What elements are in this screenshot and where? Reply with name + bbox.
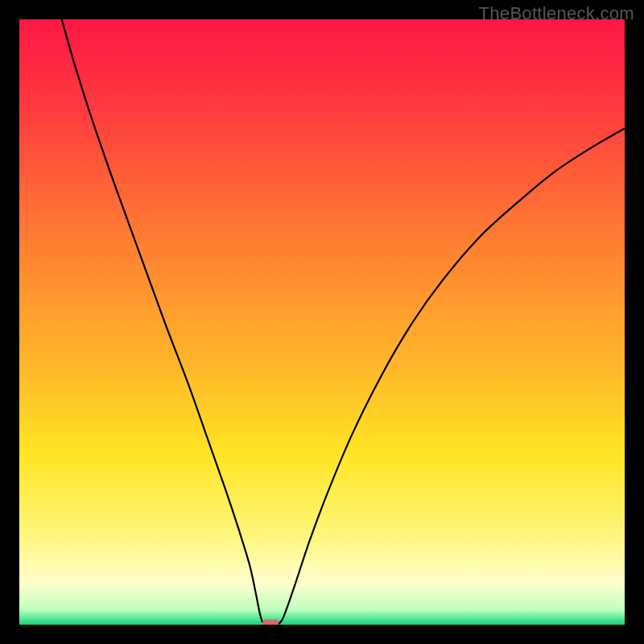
chart-frame: TheBottleneck.com — [0, 0, 644, 644]
gradient-background — [19, 19, 625, 625]
bottleneck-chart — [19, 19, 625, 625]
plot-area — [19, 19, 625, 625]
optimal-marker — [262, 620, 279, 625]
